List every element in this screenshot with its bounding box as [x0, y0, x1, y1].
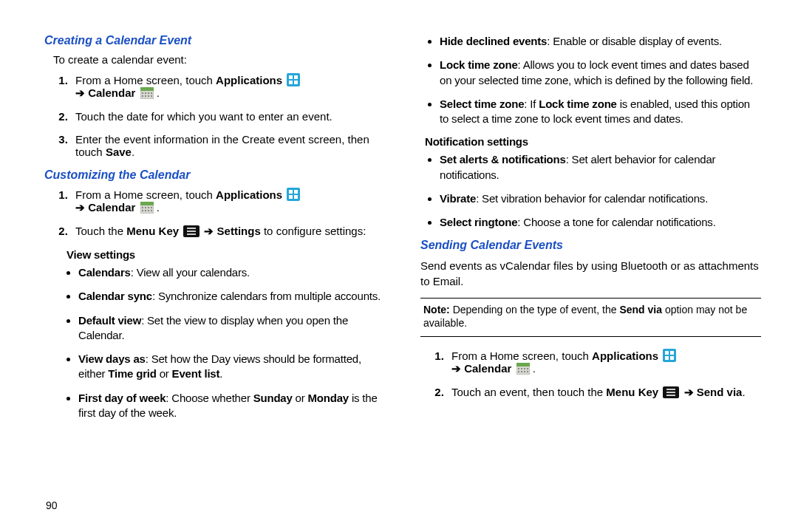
bullet-mid: or [157, 367, 172, 380]
svg-rect-6 [140, 87, 154, 91]
bullet-bold: Set alerts & notifications [440, 153, 566, 166]
svg-rect-23 [145, 207, 146, 208]
custom-step-2: Touch the Menu Key ➔ Settings to configu… [71, 225, 385, 238]
steps-create-event: From a Home screen, touch Applications ➔… [56, 73, 385, 158]
applications-icon [663, 349, 676, 362]
svg-rect-3 [289, 81, 293, 84]
list-item: Select ringtone: Choose a tone for calen… [440, 215, 761, 230]
svg-rect-13 [148, 95, 149, 97]
svg-rect-17 [294, 190, 298, 194]
svg-rect-42 [521, 368, 522, 369]
bullet-bold: Calendars [78, 266, 131, 279]
bullet-bold: Select time zone [440, 98, 524, 110]
svg-rect-16 [289, 190, 293, 194]
svg-rect-43 [524, 368, 525, 369]
custom-step-1: From a Home screen, touch Applications ➔… [71, 188, 385, 214]
svg-rect-28 [148, 210, 149, 211]
punct: . [742, 386, 745, 398]
step-text-end: to configure settings: [261, 225, 366, 237]
heading-creating-event: Creating a Calendar Event [44, 34, 385, 47]
svg-rect-0 [287, 73, 300, 86]
svg-rect-8 [145, 92, 146, 94]
svg-rect-45 [518, 371, 519, 372]
bullet-bold: Vibrate [440, 192, 476, 205]
note-body: Depending on the type of event, the [450, 304, 620, 316]
bullet-mid: or [293, 392, 308, 404]
bullet-text: : View all your calendars. [131, 266, 250, 279]
svg-rect-12 [145, 95, 146, 97]
bullet-bold: Hide declined events [440, 35, 547, 47]
svg-rect-22 [142, 207, 143, 208]
svg-rect-21 [140, 202, 154, 205]
arrow-icon: ➔ [684, 386, 694, 398]
note-label: Note: [423, 304, 450, 316]
steps-customize: From a Home screen, touch Applications ➔… [56, 188, 385, 238]
svg-rect-37 [665, 356, 669, 360]
svg-rect-44 [527, 368, 528, 369]
heading-customizing: Customizing the Calendar [44, 168, 385, 182]
left-column: Creating a Calendar Event To create a ca… [44, 30, 403, 517]
bullet-bold: View days as [78, 352, 146, 365]
svg-rect-34 [663, 349, 676, 362]
calendar-icon [516, 363, 530, 375]
bold-applications: Applications [216, 188, 282, 201]
bullet-bold2: Sunday [253, 392, 293, 404]
sending-intro: Send events as vCalendar files by using … [420, 258, 761, 289]
step-1: From a Home screen, touch Applications ➔… [71, 73, 385, 100]
intro-text: To create a calendar event: [53, 53, 385, 66]
notification-bullets: Set alerts & notifications: Set alert be… [428, 152, 761, 230]
list-item: First day of week: Choose whether Sunday… [78, 391, 385, 421]
note-bold: Send via [619, 304, 662, 316]
bullet-text: : Set vibration behavior for calendar no… [476, 192, 708, 205]
bullet-text: : If [524, 98, 539, 110]
bullet-end: . [219, 367, 222, 380]
page-number: 90 [46, 499, 58, 511]
step-text: From a Home screen, touch [451, 349, 592, 362]
svg-rect-35 [665, 351, 669, 355]
view-settings-list: Calendars: View all your calendars. Cale… [66, 265, 385, 420]
arrow-icon: ➔ [204, 225, 214, 237]
step-text: From a Home screen, touch [75, 74, 216, 86]
svg-rect-27 [145, 210, 146, 211]
bullet-text: : Choose whether [166, 392, 253, 404]
bold-calendar: Calendar [464, 362, 511, 375]
bullet-text: : Enable or disable display of events. [547, 35, 722, 47]
svg-rect-2 [294, 75, 298, 79]
svg-rect-26 [142, 210, 143, 211]
bullet-bold2: Lock time zone [539, 98, 617, 110]
bullet-bold2: Time grid [108, 367, 156, 380]
heading-sending-events: Sending Calendar Events [420, 239, 761, 252]
svg-rect-4 [294, 81, 298, 84]
bold-applications: Applications [592, 349, 658, 362]
step-text: From a Home screen, touch [75, 188, 216, 201]
list-item: Hide declined events: Enable or disable … [440, 34, 761, 49]
bullet-text: : Synchronize calendars from multiple ac… [152, 290, 381, 302]
step-text: Touch an event, then touch the [451, 386, 606, 398]
svg-rect-11 [142, 95, 143, 97]
menu-key-icon [663, 386, 679, 398]
punct: . [132, 146, 134, 158]
list-item: Select time zone: If Lock time zone is e… [440, 97, 761, 127]
bold-applications: Applications [216, 74, 282, 86]
bold-calendar: Calendar [88, 201, 135, 214]
svg-rect-24 [148, 207, 149, 208]
svg-rect-1 [289, 75, 293, 79]
svg-rect-38 [670, 356, 674, 360]
arrow-icon: ➔ [75, 86, 85, 99]
svg-rect-48 [527, 371, 528, 372]
bullet-bold: Select ringtone [440, 216, 517, 228]
svg-rect-9 [148, 92, 149, 94]
list-item: Set alerts & notifications: Set alert be… [440, 152, 761, 183]
list-item: Default view: Set the view to display wh… [78, 313, 385, 344]
right-column: Hide declined events: Enable or disable … [403, 30, 768, 517]
list-item: Calendars: View all your calendars. [78, 265, 385, 280]
bullet-bold: Lock time zone [440, 58, 518, 71]
svg-rect-40 [516, 363, 530, 366]
list-item: Calendar sync: Synchronize calendars fro… [78, 289, 385, 304]
svg-rect-25 [151, 207, 152, 208]
svg-rect-15 [287, 188, 300, 201]
steps-send-event: From a Home screen, touch Applications ➔… [432, 349, 761, 399]
step-text: Touch the [75, 225, 126, 237]
svg-rect-19 [294, 195, 298, 199]
arrow-icon: ➔ [451, 362, 461, 375]
